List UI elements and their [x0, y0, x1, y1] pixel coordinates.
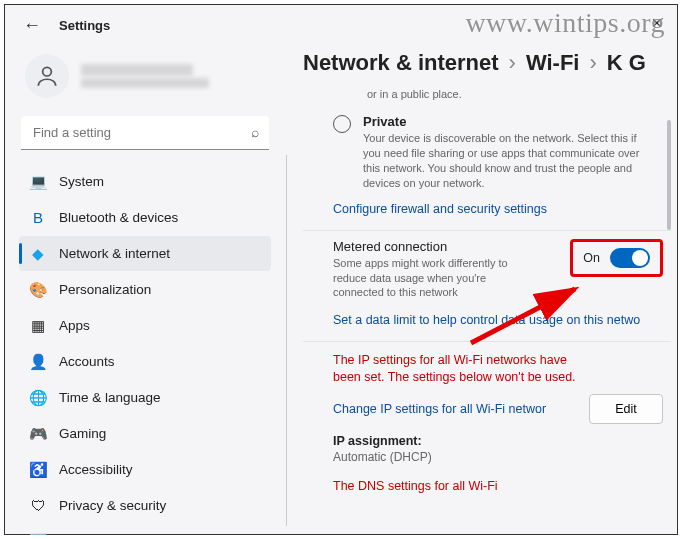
search-input[interactable]: [21, 116, 269, 150]
sidebar: ⌕ 💻SystemBBluetooth & devices◆Network & …: [5, 42, 283, 535]
nav-label: Network & internet: [59, 246, 170, 261]
nav-label: Bluetooth & devices: [59, 210, 178, 225]
sidebar-item-accounts[interactable]: 👤Accounts: [19, 344, 271, 379]
sidebar-item-bluetooth-devices[interactable]: BBluetooth & devices: [19, 200, 271, 235]
nav-label: Privacy & security: [59, 498, 166, 513]
search-box[interactable]: ⌕: [21, 116, 269, 150]
nav-label: Windows Update: [59, 534, 161, 535]
crumb-wifi[interactable]: Wi-Fi: [526, 50, 580, 76]
nav-label: Accessibility: [59, 462, 133, 477]
ip-warning: The IP settings for all Wi-Fi networks h…: [333, 352, 593, 386]
user-email-redacted: [81, 78, 209, 88]
nav-icon: ♿: [29, 461, 47, 479]
nav-icon: 🛡: [29, 497, 47, 515]
svg-point-0: [43, 67, 52, 76]
private-option[interactable]: Private Your device is discoverable on t…: [333, 114, 663, 190]
nav-label: Apps: [59, 318, 90, 333]
chevron-right-icon: ›: [509, 50, 516, 76]
sidebar-item-windows-update[interactable]: 🔄Windows Update: [19, 524, 271, 535]
sidebar-item-privacy-security[interactable]: 🛡Privacy & security: [19, 488, 271, 523]
sidebar-item-gaming[interactable]: 🎮Gaming: [19, 416, 271, 451]
scrollbar-thumb[interactable]: [667, 120, 671, 230]
edit-button[interactable]: Edit: [589, 394, 663, 424]
ip-assignment-value: Automatic (DHCP): [333, 450, 663, 464]
dns-warning: The DNS settings for all Wi-Fi: [333, 478, 593, 495]
nav-icon: ◆: [29, 245, 47, 263]
ip-assignment-label: IP assignment:: [333, 434, 663, 448]
user-name-redacted: [81, 64, 193, 76]
sidebar-item-accessibility[interactable]: ♿Accessibility: [19, 452, 271, 487]
crumb-network[interactable]: Network & internet: [303, 50, 499, 76]
crumb-current: K G: [607, 50, 646, 76]
nav-label: Personalization: [59, 282, 151, 297]
avatar: [25, 54, 69, 98]
private-title: Private: [363, 114, 663, 129]
metered-toggle-highlight: On: [570, 239, 663, 277]
private-desc: Your device is discoverable on the netwo…: [363, 131, 653, 190]
person-icon: [34, 63, 60, 89]
sidebar-item-personalization[interactable]: 🎨Personalization: [19, 272, 271, 307]
nav-icon: ▦: [29, 317, 47, 335]
network-profile-section: Private Your device is discoverable on t…: [303, 106, 671, 231]
sidebar-item-system[interactable]: 💻System: [19, 164, 271, 199]
nav-label: Gaming: [59, 426, 106, 441]
radio-icon[interactable]: [333, 115, 351, 133]
change-ip-link[interactable]: Change IP settings for all Wi-Fi networ: [333, 402, 546, 416]
metered-title: Metered connection: [333, 239, 513, 254]
user-name-block: [81, 64, 209, 88]
ip-section: The IP settings for all Wi-Fi networks h…: [303, 342, 671, 503]
nav-label: Accounts: [59, 354, 115, 369]
nav-icon: 🌐: [29, 389, 47, 407]
nav-icon: 👤: [29, 353, 47, 371]
nav-icon: 🔄: [29, 533, 47, 536]
data-limit-link[interactable]: Set a data limit to help control data us…: [333, 313, 663, 327]
chevron-right-icon: ›: [589, 50, 596, 76]
nav-list: 💻SystemBBluetooth & devices◆Network & in…: [19, 164, 271, 535]
metered-section: Metered connection Some apps might work …: [303, 231, 671, 342]
metered-desc: Some apps might work differently to redu…: [333, 256, 513, 299]
nav-icon: 💻: [29, 173, 47, 191]
sidebar-item-network-internet[interactable]: ◆Network & internet: [19, 236, 271, 271]
scrollbar[interactable]: [667, 90, 671, 531]
scroll-area: or in a public place. Private Your devic…: [303, 90, 671, 531]
firewall-link[interactable]: Configure firewall and security settings: [333, 202, 663, 216]
toggle-state-label: On: [583, 251, 600, 265]
sidebar-item-apps[interactable]: ▦Apps: [19, 308, 271, 343]
back-arrow-icon[interactable]: ←: [23, 15, 41, 36]
nav-icon: B: [29, 209, 47, 227]
sidebar-item-time-language[interactable]: 🌐Time & language: [19, 380, 271, 415]
watermark-text: www.wintips.org: [465, 7, 665, 39]
metered-toggle[interactable]: [610, 248, 650, 268]
previous-option-tail: or in a public place.: [303, 90, 671, 100]
nav-label: System: [59, 174, 104, 189]
nav-icon: 🎨: [29, 281, 47, 299]
breadcrumb: Network & internet › Wi-Fi › K G: [303, 46, 669, 86]
nav-label: Time & language: [59, 390, 161, 405]
app-title: Settings: [59, 18, 110, 33]
search-icon: ⌕: [251, 124, 259, 140]
user-account-block[interactable]: [19, 48, 271, 112]
nav-icon: 🎮: [29, 425, 47, 443]
content-pane: Network & internet › Wi-Fi › K G or in a…: [283, 42, 677, 535]
